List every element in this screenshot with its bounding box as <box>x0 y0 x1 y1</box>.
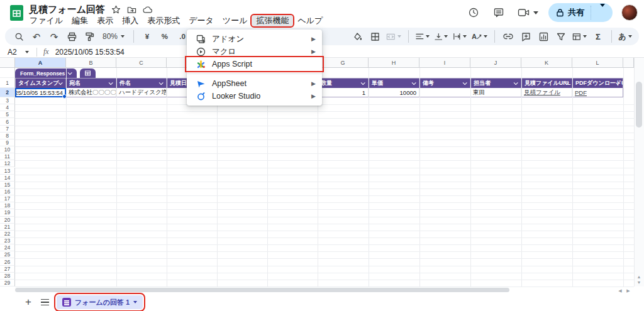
row-header-14[interactable]: 14 <box>0 175 15 182</box>
text-rotation-icon[interactable]: A <box>470 29 489 44</box>
table-header-G[interactable]: 数量 <box>318 78 369 88</box>
menu-表示形式[interactable]: 表示形式 <box>143 15 184 26</box>
row-header-25[interactable]: 25 <box>0 251 15 258</box>
column-filter-caret-icon[interactable] <box>514 80 518 85</box>
column-header-J[interactable]: J <box>470 58 521 68</box>
row-header-26[interactable]: 26 <box>0 258 15 265</box>
column-header-G[interactable]: G <box>318 58 369 68</box>
menu-ヘルプ[interactable]: ヘルプ <box>293 15 327 26</box>
version-history-icon[interactable] <box>465 4 482 21</box>
row-header-20[interactable]: 20 <box>0 217 15 224</box>
horizontal-align-icon[interactable] <box>414 29 431 44</box>
undo-icon[interactable]: ↶ <box>29 29 44 44</box>
video-call-icon[interactable] <box>516 4 540 21</box>
menu-挿入[interactable]: 挿入 <box>118 15 143 26</box>
extensions-menu-item-マクロ[interactable]: マクロ▶ <box>187 45 322 58</box>
row-header-29[interactable]: 29 <box>0 280 15 286</box>
all-sheets-menu-icon[interactable] <box>38 295 52 309</box>
sheet-tab-active[interactable]: フォームの回答 1 <box>57 295 143 309</box>
row-header-6[interactable]: 6 <box>0 118 15 125</box>
row-header-5[interactable]: 5 <box>0 111 15 118</box>
create-filter-icon[interactable] <box>553 29 569 44</box>
cell-L2[interactable]: PDF <box>572 88 623 97</box>
row-header-8[interactable]: 8 <box>0 133 15 139</box>
extensions-menu-item-AppSheet[interactable]: AppSheet▶ <box>187 77 322 90</box>
cloud-status-icon[interactable] <box>143 5 153 14</box>
row-header-10[interactable]: 10 <box>0 146 15 153</box>
column-header-I[interactable]: I <box>419 58 470 68</box>
row-header-1[interactable]: 1 <box>0 78 15 88</box>
share-button[interactable]: 共有 <box>548 3 613 22</box>
sheets-logo-icon[interactable] <box>8 4 25 21</box>
row-header-4[interactable]: 4 <box>0 104 15 111</box>
cell-K2[interactable]: 見積ファイル <box>521 88 572 97</box>
row-header-2[interactable]: 2 <box>0 88 15 97</box>
column-header-H[interactable]: H <box>369 58 419 68</box>
row-header-7[interactable]: 7 <box>0 126 15 133</box>
row-header-11[interactable]: 11 <box>0 153 15 160</box>
row-header-22[interactable]: 22 <box>0 231 15 237</box>
row-header-15[interactable]: 15 <box>0 182 15 188</box>
table-header-C[interactable]: 件名 <box>116 78 167 88</box>
fill-color-icon[interactable] <box>350 29 365 44</box>
scroll-right-icon[interactable]: ▶ <box>625 288 631 293</box>
menu-ファイル[interactable]: ファイル <box>25 15 67 26</box>
column-filter-caret-icon[interactable] <box>412 80 416 85</box>
add-sheet-button[interactable]: + <box>21 295 35 309</box>
move-folder-icon[interactable] <box>127 5 136 14</box>
insert-chart-icon[interactable] <box>536 29 551 44</box>
cell-B2[interactable]: 株式会社〇〇〇〇 <box>66 88 116 97</box>
cell-C2[interactable]: ハードディスク増設 <box>116 88 167 97</box>
vertical-align-icon[interactable] <box>433 29 450 44</box>
vertical-scrollbar-thumb[interactable] <box>636 82 642 128</box>
print-icon[interactable] <box>64 29 79 44</box>
table-header-I[interactable]: 備考 <box>419 78 470 88</box>
column-header-K[interactable]: K <box>521 58 572 68</box>
redo-icon[interactable]: ↷ <box>47 29 62 44</box>
cell-J2[interactable]: 東田 <box>470 88 521 97</box>
borders-icon[interactable] <box>367 29 382 44</box>
menu-編集[interactable]: 編集 <box>67 15 92 26</box>
format-percent-button[interactable]: % <box>157 29 172 44</box>
formula-input[interactable]: 2025/10/05 15:53:54 <box>55 48 125 57</box>
format-currency-button[interactable]: ¥ <box>140 29 155 44</box>
row-header-24[interactable]: 24 <box>0 244 15 251</box>
row-header-27[interactable]: 27 <box>0 266 15 273</box>
paint-format-icon[interactable] <box>82 29 97 44</box>
functions-button[interactable]: Σ <box>591 29 606 44</box>
search-icon[interactable] <box>11 29 26 44</box>
column-header-partial[interactable] <box>623 58 634 68</box>
table-name-tab[interactable]: Form_Responses <box>15 68 77 78</box>
extensions-menu-item-アドオン[interactable]: アドオン▶ <box>187 33 322 45</box>
star-icon[interactable] <box>111 5 121 14</box>
avatar[interactable] <box>621 4 638 21</box>
column-filter-caret-icon[interactable] <box>361 80 365 85</box>
row-header-17[interactable]: 17 <box>0 195 15 202</box>
cell-H2[interactable]: 10000 <box>369 88 419 97</box>
extensions-menu-item-Apps Script[interactable]: Apps Script <box>187 58 322 70</box>
row-header-21[interactable]: 21 <box>0 224 15 231</box>
share-caret-icon[interactable] <box>595 7 610 18</box>
column-filter-caret-icon[interactable] <box>463 80 467 85</box>
column-header-B[interactable]: B <box>66 58 116 68</box>
scroll-left-icon[interactable]: ◀ <box>617 288 623 293</box>
column-filter-caret-icon[interactable] <box>109 80 113 85</box>
table-header-A[interactable]: タイムスタンプ <box>15 78 66 88</box>
row-header-18[interactable]: 18 <box>0 202 15 209</box>
column-filter-caret-icon[interactable] <box>58 80 63 85</box>
input-tools-icon[interactable]: あ <box>618 29 633 44</box>
row-header-12[interactable]: 12 <box>0 160 15 167</box>
menu-データ[interactable]: データ <box>184 15 218 26</box>
horizontal-scrollbar-thumb[interactable] <box>15 288 509 292</box>
table-header-B[interactable]: 宛名 <box>66 78 116 88</box>
select-all-corner[interactable] <box>0 58 15 68</box>
comment-history-icon[interactable] <box>491 4 507 21</box>
row-header-9[interactable]: 9 <box>0 139 15 146</box>
column-header-C[interactable]: C <box>116 58 167 68</box>
insert-link-icon[interactable] <box>501 29 516 44</box>
scroll-up-icon[interactable]: ▲ <box>636 275 641 280</box>
row-header-28[interactable]: 28 <box>0 273 15 280</box>
table-header-H[interactable]: 単価 <box>369 78 419 88</box>
table-header-L[interactable]: PDFダウンロードURL <box>572 78 623 88</box>
column-header-L[interactable]: L <box>572 58 623 68</box>
